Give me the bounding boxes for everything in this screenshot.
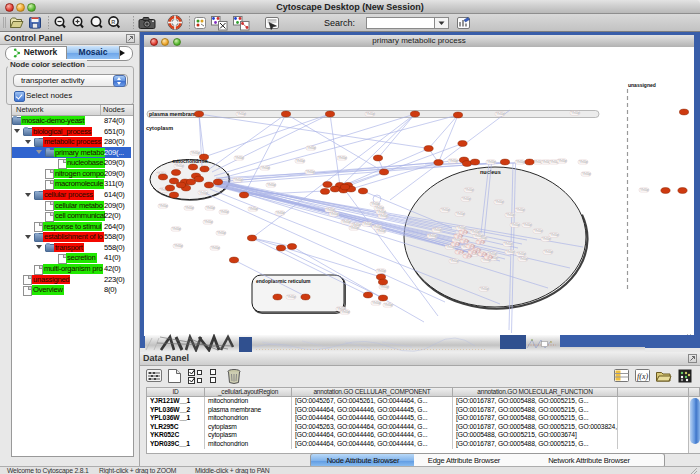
- svg-text:Yhl0p: Yhl0p: [341, 310, 350, 314]
- svg-text:Yhl0p: Yhl0p: [217, 231, 226, 235]
- svg-text:Yhl0p: Yhl0p: [449, 159, 458, 163]
- svg-text:Yhl0p: Yhl0p: [377, 269, 386, 273]
- svg-text:Ygl0p: Ygl0p: [455, 234, 463, 238]
- svg-text:Yhl0p: Yhl0p: [462, 197, 471, 201]
- svg-text:Yhl0p: Yhl0p: [558, 159, 567, 163]
- svg-text:unassigned: unassigned: [628, 82, 656, 88]
- svg-text:Yhl0p: Yhl0p: [330, 212, 339, 216]
- svg-text:Yhl0p: Yhl0p: [296, 159, 305, 163]
- svg-text:Ygl0p: Ygl0p: [461, 239, 469, 243]
- svg-text:Yhl0p: Yhl0p: [306, 170, 315, 174]
- svg-text:Yhl0p: Yhl0p: [384, 303, 393, 307]
- svg-text:Yhl0p: Yhl0p: [174, 244, 183, 248]
- svg-text:Yhl0p: Yhl0p: [199, 191, 208, 195]
- svg-text:Yhl0p: Yhl0p: [372, 301, 381, 305]
- svg-text:Yhl0p: Yhl0p: [450, 259, 459, 263]
- svg-text:endoplasmic reticulum: endoplasmic reticulum: [256, 278, 311, 284]
- svg-text:Yhl0p: Yhl0p: [379, 214, 388, 218]
- svg-text:Ygl0p: Ygl0p: [460, 230, 468, 234]
- svg-text:Yhl0p: Yhl0p: [516, 208, 525, 212]
- svg-text:Yhl0p: Yhl0p: [511, 223, 520, 227]
- svg-text:Ygl0p: Ygl0p: [485, 255, 493, 259]
- svg-text:Yhl0p: Yhl0p: [550, 233, 559, 237]
- svg-text:Ygl0p: Ygl0p: [452, 242, 460, 246]
- svg-text:Yhl0p: Yhl0p: [276, 211, 285, 215]
- svg-text:Yhl0p: Yhl0p: [206, 206, 215, 210]
- svg-text:Yhl0p: Yhl0p: [571, 111, 580, 115]
- svg-text:Yhl0p: Yhl0p: [235, 156, 244, 160]
- svg-text:cytoplasm: cytoplasm: [146, 125, 173, 131]
- svg-text:Yhl0p: Yhl0p: [363, 222, 372, 226]
- svg-text:Yhl0p: Yhl0p: [579, 160, 588, 164]
- svg-text:R: R: [111, 19, 115, 25]
- svg-text:Yhl0p: Yhl0p: [249, 207, 258, 211]
- svg-text:Yhl0p: Yhl0p: [506, 213, 515, 217]
- svg-text:Yhl0p: Yhl0p: [380, 285, 389, 289]
- svg-text:Yhl0p: Yhl0p: [516, 160, 525, 164]
- svg-text:Yhl0p: Yhl0p: [433, 228, 442, 232]
- svg-text:Yhl0p: Yhl0p: [582, 172, 591, 176]
- svg-text:Yhl0p: Yhl0p: [487, 160, 496, 164]
- svg-text:Yhl0p: Yhl0p: [287, 295, 296, 299]
- svg-text:Yhl0p: Yhl0p: [428, 234, 437, 238]
- svg-text:Yhl0p: Yhl0p: [542, 237, 551, 241]
- svg-text:Yhl0p: Yhl0p: [237, 112, 246, 116]
- svg-text:Ygl0p: Ygl0p: [464, 254, 472, 258]
- svg-text:Yhl0p: Yhl0p: [159, 204, 168, 208]
- svg-text:Yhl0p: Yhl0p: [640, 188, 649, 192]
- svg-text:Yhl0p: Yhl0p: [211, 246, 220, 250]
- svg-text:Yhl0p: Yhl0p: [338, 156, 347, 160]
- svg-text:Yhl0p: Yhl0p: [517, 252, 526, 256]
- svg-text:Yhl0p: Yhl0p: [342, 220, 351, 224]
- svg-text:Yhl0p: Yhl0p: [220, 210, 229, 214]
- svg-text:Ygl0p: Ygl0p: [477, 240, 485, 244]
- svg-text:f(x): f(x): [637, 372, 648, 381]
- svg-text:Yhl0p: Yhl0p: [456, 212, 465, 216]
- svg-text:Yhl0p: Yhl0p: [534, 229, 543, 233]
- svg-text:Yhl0p: Yhl0p: [480, 287, 489, 291]
- svg-text:Yhl0p: Yhl0p: [191, 151, 200, 155]
- svg-text:Yhl0p: Yhl0p: [474, 234, 483, 238]
- svg-text:Yhl0p: Yhl0p: [267, 183, 276, 187]
- svg-text:Search:: Search:: [324, 18, 355, 28]
- svg-text:Yhl0p: Yhl0p: [441, 208, 450, 212]
- svg-text:Yhl0p: Yhl0p: [506, 250, 515, 254]
- svg-text:Yhl0p: Yhl0p: [234, 178, 243, 182]
- svg-text:Yhl0p: Yhl0p: [185, 206, 194, 210]
- svg-text:Yhl0p: Yhl0p: [204, 220, 213, 224]
- svg-text:plasma membrane: plasma membrane: [149, 111, 197, 117]
- svg-text:Yhl0p: Yhl0p: [377, 229, 386, 233]
- svg-text:Yhl0p: Yhl0p: [465, 188, 474, 192]
- svg-text:Yhl0p: Yhl0p: [544, 250, 553, 254]
- svg-text:Yhl0p: Yhl0p: [172, 227, 181, 231]
- svg-text:Yhl0p: Yhl0p: [261, 166, 270, 170]
- svg-text:Yhl0p: Yhl0p: [307, 146, 316, 150]
- svg-text:Yhl0p: Yhl0p: [495, 200, 504, 204]
- svg-text:Yhl0p: Yhl0p: [504, 242, 513, 246]
- svg-text:Yhl0p: Yhl0p: [366, 112, 375, 116]
- svg-text:Yhl0p: Yhl0p: [519, 257, 528, 261]
- svg-text:Yhl0p: Yhl0p: [175, 164, 184, 168]
- svg-text:Yhl0p: Yhl0p: [496, 112, 505, 116]
- svg-text:Yhl0p: Yhl0p: [523, 223, 532, 227]
- svg-text:Yhl0p: Yhl0p: [350, 226, 359, 230]
